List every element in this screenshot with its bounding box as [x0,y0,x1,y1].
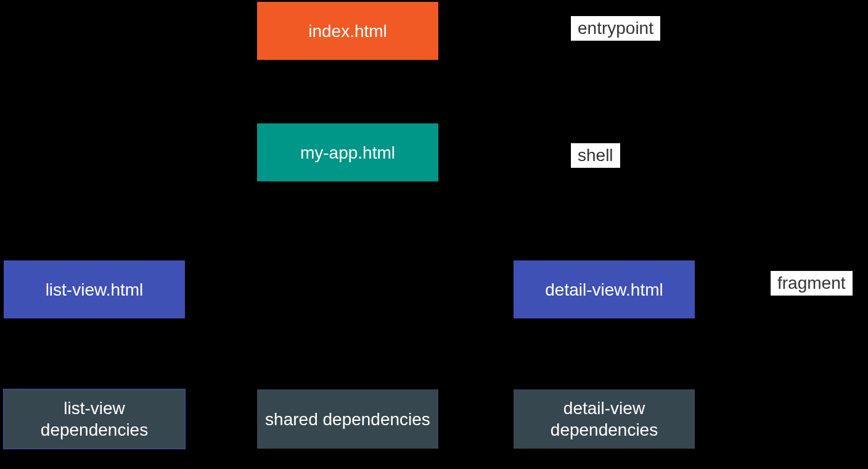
node-index: index.html [256,1,439,60]
label-shell: shell [571,143,620,168]
node-detailview: detail-view.html [513,260,695,319]
node-myapp: my-app.html [256,123,439,182]
node-shareddeps: shared dependencies [256,389,439,449]
node-index-text: index.html [308,20,387,42]
node-listdeps-text: list-view dependencies [9,397,180,441]
node-listview-text: list-view.html [46,279,144,301]
node-detaildeps-text: detail-view dependencies [518,397,690,441]
node-detaildeps: detail-view dependencies [513,389,695,449]
node-shareddeps-text: shared dependencies [265,409,430,430]
node-listdeps: list-view dependencies [3,389,186,449]
label-entrypoint: entrypoint [571,16,660,41]
node-myapp-text: my-app.html [300,142,395,164]
label-fragment-text: fragment [777,273,846,293]
node-detailview-text: detail-view.html [545,279,663,301]
label-fragment: fragment [771,271,853,296]
label-shell-text: shell [578,146,613,165]
label-entrypoint-text: entrypoint [578,19,653,38]
node-listview: list-view.html [3,260,186,319]
